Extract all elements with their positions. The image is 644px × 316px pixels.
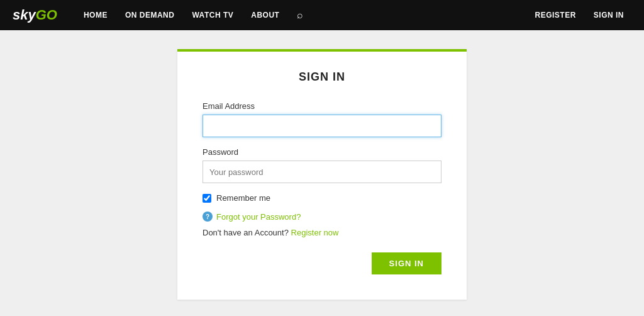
nav-on-demand[interactable]: ON DEMAND [118,11,182,20]
no-account-text: Don't have an Account? [203,228,289,237]
nav-watch-tv[interactable]: WATCH TV [184,11,241,20]
forgot-password-row: ? Forgot your Password? [203,212,441,222]
register-link[interactable]: REGISTER [527,11,583,20]
password-group: Password [203,147,441,183]
nav-home[interactable]: HOME [76,11,115,20]
email-label: Email Address [203,101,441,111]
signin-card: SIGN IN Email Address Password Remember … [177,49,467,300]
logo-go: GO [36,7,57,23]
remember-row: Remember me [203,193,441,203]
email-input[interactable] [203,115,441,137]
signin-button[interactable]: SIGN IN [372,252,441,274]
register-row: Don't have an Account? Register now [203,228,441,237]
logo[interactable]: skyGO [13,7,57,23]
signin-nav-link[interactable]: SIGN IN [586,11,631,20]
signin-btn-row: SIGN IN [203,252,441,274]
forgot-password-link[interactable]: Forgot your Password? [216,212,301,222]
info-icon: ? [203,212,213,222]
password-label: Password [203,147,441,157]
nav-right: REGISTER SIGN IN [527,11,631,20]
nav-links: HOME ON DEMAND WATCH TV ABOUT ⌕ [76,9,528,21]
remember-label: Remember me [216,193,270,203]
navigation: skyGO HOME ON DEMAND WATCH TV ABOUT ⌕ RE… [0,0,644,30]
register-now-link[interactable]: Register now [291,228,339,237]
email-group: Email Address [203,101,441,137]
signin-title: SIGN IN [203,71,441,84]
logo-sky: sky [13,7,36,23]
password-input[interactable] [203,161,441,183]
nav-about[interactable]: ABOUT [243,11,287,20]
page-content: SIGN IN Email Address Password Remember … [0,30,644,316]
remember-checkbox[interactable] [203,194,211,203]
search-icon[interactable]: ⌕ [289,9,311,21]
